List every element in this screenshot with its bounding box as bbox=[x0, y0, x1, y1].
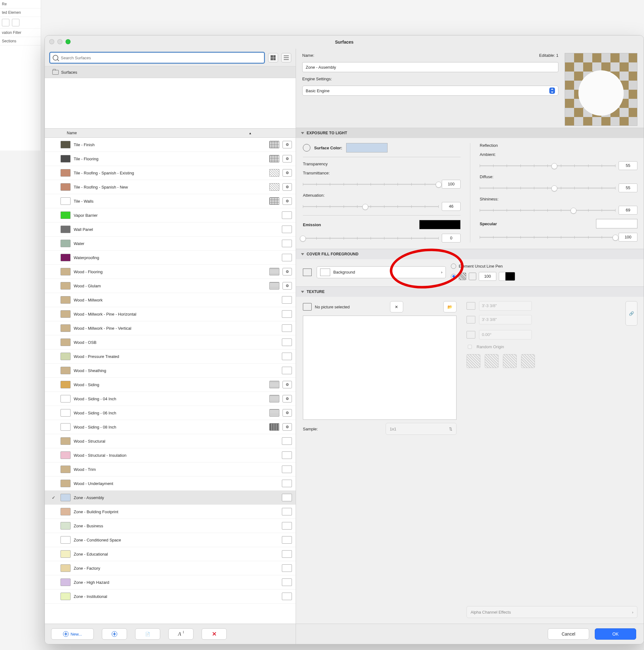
list-item[interactable]: Wood - Siding - 04 Inch⚙ bbox=[45, 392, 296, 406]
list-item[interactable]: Wood - Underlayment bbox=[45, 476, 296, 491]
uncut-pen-radio[interactable] bbox=[451, 263, 456, 269]
settings-icon[interactable]: ⚙ bbox=[282, 183, 292, 191]
texture-dim-x[interactable]: 3'-3 3/8" bbox=[479, 301, 532, 311]
zoom-window-icon[interactable] bbox=[66, 39, 71, 44]
sample-select[interactable]: 1x1⇅ bbox=[386, 423, 456, 435]
list-item[interactable]: Zone - Educational bbox=[45, 547, 296, 561]
list-item[interactable]: Wood - Millwork bbox=[45, 293, 296, 307]
transmittance-value[interactable]: 100 bbox=[442, 180, 461, 188]
list-item[interactable]: Wood - Millwork - Pine - Vertical bbox=[45, 321, 296, 335]
list-item[interactable]: Zone - Business bbox=[45, 519, 296, 533]
new-button[interactable]: New... bbox=[51, 628, 94, 640]
list-item[interactable]: Wood - Millwork - Pine - Horizontal bbox=[45, 307, 296, 321]
shininess-slider[interactable] bbox=[480, 207, 615, 213]
minimize-window-icon[interactable] bbox=[58, 39, 63, 44]
surfaces-list[interactable]: Tile - Finish⚙Tile - Flooring⚙Tile - Roo… bbox=[45, 138, 296, 624]
ambient-value[interactable]: 55 bbox=[618, 161, 637, 170]
settings-icon[interactable]: ⚙ bbox=[282, 395, 292, 402]
section-cover-header[interactable]: COVER FILL FOREGROUND bbox=[296, 249, 644, 259]
texture-browse-button[interactable]: 📂 bbox=[443, 301, 456, 313]
specular-swatch[interactable] bbox=[596, 219, 637, 228]
list-item[interactable]: Wood - Siding - 06 Inch⚙ bbox=[45, 406, 296, 420]
section-exposure-header[interactable]: EXPOSURE TO LIGHT bbox=[296, 128, 644, 138]
close-window-icon[interactable] bbox=[49, 39, 54, 44]
list-item[interactable]: ✓Zone - Assembly bbox=[45, 491, 296, 505]
align-3-button[interactable] bbox=[503, 354, 517, 368]
list-item[interactable]: Wood - Siding⚙ bbox=[45, 378, 296, 392]
emission-slider[interactable] bbox=[303, 235, 439, 241]
list-item[interactable]: Zone - Conditioned Space bbox=[45, 533, 296, 547]
list-item[interactable]: Tile - Flooring⚙ bbox=[45, 152, 296, 166]
settings-icon[interactable]: ⚙ bbox=[282, 381, 292, 388]
align-1-button[interactable] bbox=[466, 354, 480, 368]
texture-angle[interactable]: 0.00° bbox=[479, 330, 532, 339]
diffuse-slider[interactable] bbox=[480, 185, 615, 191]
settings-icon[interactable]: ⚙ bbox=[282, 282, 292, 290]
list-item[interactable]: Zone - Building Footprint bbox=[45, 505, 296, 519]
emission-value[interactable]: 0 bbox=[442, 234, 461, 243]
ok-button[interactable]: OK bbox=[595, 628, 636, 640]
pen-swatch[interactable] bbox=[499, 272, 515, 281]
list-item[interactable]: Vapor Barrier bbox=[45, 208, 296, 222]
list-item[interactable]: Wood - Structural - Insulation bbox=[45, 448, 296, 462]
list-item[interactable]: Water bbox=[45, 237, 296, 251]
list-item[interactable]: Wood - Flooring⚙ bbox=[45, 265, 296, 279]
pen-style-1-icon[interactable] bbox=[459, 273, 466, 280]
list-header[interactable]: Name ▲ bbox=[45, 129, 296, 138]
list-item[interactable]: Wood - Pressure Treated bbox=[45, 350, 296, 364]
attenuation-slider[interactable] bbox=[303, 203, 439, 210]
list-item[interactable]: Tile - Finish⚙ bbox=[45, 138, 296, 152]
section-texture-header[interactable]: TEXTURE bbox=[296, 287, 644, 297]
list-item[interactable]: Wood - Structural bbox=[45, 434, 296, 448]
view-list-button[interactable] bbox=[281, 53, 291, 63]
align-2-button[interactable] bbox=[485, 354, 498, 368]
list-item[interactable]: Zone - Institutional bbox=[45, 589, 296, 604]
align-4-button[interactable] bbox=[521, 354, 535, 368]
random-origin-checkbox[interactable] bbox=[468, 345, 472, 349]
surface-name-input[interactable]: Zone - Assembly bbox=[302, 62, 558, 72]
duplicate-button[interactable] bbox=[102, 628, 127, 640]
alpha-channel-select[interactable]: Alpha Channel Effects› bbox=[466, 606, 637, 618]
pen-style-2-icon[interactable] bbox=[469, 273, 476, 280]
ambient-slider[interactable] bbox=[480, 162, 615, 169]
import-button[interactable]: 📄 bbox=[135, 628, 160, 640]
transmittance-slider[interactable] bbox=[303, 181, 439, 187]
settings-icon[interactable]: ⚙ bbox=[282, 423, 292, 431]
view-grid-button[interactable] bbox=[268, 53, 278, 63]
list-item[interactable]: Wall Panel bbox=[45, 222, 296, 237]
list-item[interactable]: Wood - OSB bbox=[45, 335, 296, 350]
folder-row[interactable]: Surfaces bbox=[45, 66, 296, 78]
search-input[interactable] bbox=[60, 55, 262, 61]
list-item[interactable]: Wood - Trim bbox=[45, 462, 296, 476]
texture-remove-button[interactable]: ✕ bbox=[390, 301, 403, 313]
cover-fill-select[interactable]: Background › bbox=[317, 266, 446, 278]
list-item[interactable]: Wood - Sheathing bbox=[45, 364, 296, 378]
list-item[interactable]: Tile - Roofing - Spanish - Existing⚙ bbox=[45, 166, 296, 180]
emission-swatch[interactable] bbox=[419, 220, 461, 229]
settings-icon[interactable]: ⚙ bbox=[282, 155, 292, 162]
attenuation-value[interactable]: 46 bbox=[442, 202, 461, 211]
settings-icon[interactable]: ⚙ bbox=[282, 197, 292, 205]
list-item[interactable]: Tile - Walls⚙ bbox=[45, 194, 296, 208]
pen-value[interactable]: 100 bbox=[479, 272, 496, 281]
engine-select[interactable]: Basic Engine bbox=[302, 86, 558, 96]
custom-pen-radio[interactable] bbox=[451, 274, 456, 279]
list-item[interactable]: Wood - Glulam⚙ bbox=[45, 279, 296, 293]
specular-slider[interactable] bbox=[480, 234, 615, 240]
settings-icon[interactable]: ⚙ bbox=[282, 169, 292, 177]
surface-color-swatch[interactable] bbox=[346, 143, 387, 152]
settings-icon[interactable]: ⚙ bbox=[282, 268, 292, 276]
texture-dim-y[interactable]: 3'-3 3/8" bbox=[479, 315, 532, 324]
list-item[interactable]: Wood - Siding - 08 Inch⚙ bbox=[45, 420, 296, 434]
delete-button[interactable]: ✕ bbox=[201, 628, 227, 640]
rename-button[interactable]: AI bbox=[168, 628, 193, 640]
list-item[interactable]: Zone - Factory bbox=[45, 561, 296, 575]
settings-icon[interactable]: ⚙ bbox=[282, 141, 292, 148]
settings-icon[interactable]: ⚙ bbox=[282, 409, 292, 417]
list-item[interactable]: Zone - High Hazard bbox=[45, 575, 296, 589]
shininess-value[interactable]: 69 bbox=[618, 206, 637, 215]
diffuse-value[interactable]: 55 bbox=[618, 183, 637, 192]
list-item[interactable]: Tile - Roofing - Spanish - New⚙ bbox=[45, 180, 296, 194]
specular-value[interactable]: 100 bbox=[618, 233, 637, 242]
link-dims-button[interactable]: 🔗 bbox=[626, 301, 637, 326]
